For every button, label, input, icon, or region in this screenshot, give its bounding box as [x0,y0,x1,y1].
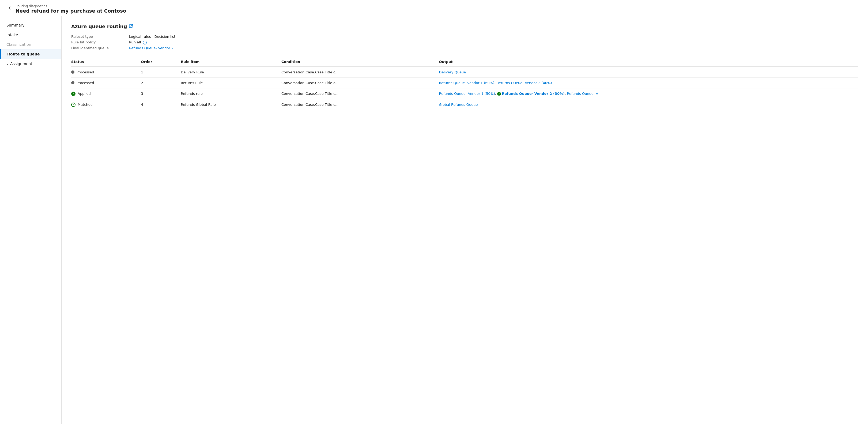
sidebar-item-intake[interactable]: Intake [0,30,61,40]
status-cell: Processed [71,67,141,78]
breadcrumb: Routing diagnostics [16,4,126,8]
status-cell: ✓ Matched [71,99,141,110]
status-cell: ✓ Applied [71,88,141,99]
output-cell: Refunds Queue- Vendor 1 (50%), ✓Refunds … [439,88,858,99]
external-link-icon[interactable] [129,24,133,29]
sidebar-item-classification: Classification [0,40,61,49]
final-queue-label: Final identified queue [71,46,125,50]
output-link-1[interactable]: Returns Queue- Vendor 1 (60%) [439,81,494,85]
col-output: Output [439,58,858,67]
status-text: Processed [76,70,94,74]
rule-item-cell: Delivery Rule [181,67,281,78]
col-order: Order [141,58,181,67]
status-cell: Processed [71,78,141,88]
output-link[interactable]: Global Refunds Queue [439,102,478,107]
sidebar-item-label: Intake [6,33,18,37]
col-rule-item: Rule item [181,58,281,67]
separator: , [494,81,496,85]
sidebar: Summary Intake Classification Route to q… [0,16,62,424]
sidebar-item-label: Summary [6,23,25,27]
sidebar-item-assignment[interactable]: ∨ Assignment [0,59,61,68]
rule-item-cell: Refunds rule [181,88,281,99]
checkmark-icon: ✓ [498,92,500,95]
table-row: ✓ Matched 4 Refunds Global Rule Conversa… [71,99,858,110]
status-dot-icon [71,70,74,74]
output-cell: Global Refunds Queue [439,99,858,110]
table-header-row: Status Order Rule item Condition Output [71,58,858,67]
table-row: ✓ Applied 3 Refunds rule Conversation.Ca… [71,88,858,99]
output-link-3[interactable]: Refunds Queue- V [567,92,598,96]
content-area: Summary Intake Classification Route to q… [0,16,868,424]
separator: , [495,92,497,96]
rule-hit-policy-label: Rule hit policy [71,40,125,44]
ruleset-type-value: Logical rules - Decision list [129,35,858,38]
table-row: Processed 2 Returns Rule Conversation.Ca… [71,78,858,88]
page-wrapper: Routing diagnostics Need refund for my p… [0,0,868,424]
col-status: Status [71,58,141,67]
rule-hit-policy-value: Run all i [129,40,858,44]
status-text: Matched [78,102,93,107]
output-link[interactable]: Delivery Queue [439,70,466,74]
order-cell: 3 [141,88,181,99]
applied-check-icon: ✓ [497,92,501,96]
sidebar-item-summary[interactable]: Summary [0,20,61,30]
condition-cell: Conversation.Case.Case Title c... [281,67,439,78]
header-titles: Routing diagnostics Need refund for my p… [16,4,126,14]
output-link-1[interactable]: Refunds Queue- Vendor 1 (50%) [439,92,495,96]
condition-cell: Conversation.Case.Case Title c... [281,88,439,99]
chevron-down-icon: ∨ [6,62,8,66]
sidebar-item-label: Route to queue [7,52,40,56]
checkmark-icon: ✓ [72,92,74,95]
col-condition: Condition [281,58,439,67]
status-text: Processed [76,81,94,85]
status-dot-icon [71,81,74,84]
back-button[interactable] [6,5,13,11]
status-text: Applied [78,92,91,96]
output-link-2[interactable]: Returns Queue- Vendor 2 (40%) [497,81,552,85]
status-circle-filled-icon: ✓ [71,92,75,96]
rule-item-cell: Refunds Global Rule [181,99,281,110]
page-title: Need refund for my purchase at Contoso [16,8,126,14]
rule-hit-policy-text: Run all [129,40,141,44]
sidebar-item-label: Classification [6,42,31,47]
condition-cell: Conversation.Case.Case Title c... [281,78,439,88]
checkmark-outline-icon: ✓ [72,103,74,106]
order-cell: 1 [141,67,181,78]
output-cell: Delivery Queue [439,67,858,78]
rule-item-cell: Returns Rule [181,78,281,88]
info-icon[interactable]: i [143,41,147,44]
status-circle-outline-icon: ✓ [71,102,75,107]
final-queue-link[interactable]: Refunds Queue- Vendor 2 [129,46,858,50]
section-title: Azure queue routing [71,24,858,29]
order-cell: 2 [141,78,181,88]
meta-grid: Ruleset type Logical rules - Decision li… [71,35,858,50]
section-title-text: Azure queue routing [71,24,127,29]
ruleset-type-label: Ruleset type [71,35,125,38]
output-link-2[interactable]: Refunds Queue- Vendor 2 (30%) [502,92,565,96]
main-content: Azure queue routing Ruleset type Logical… [62,16,868,424]
order-cell: 4 [141,99,181,110]
output-cell: Returns Queue- Vendor 1 (60%), Returns Q… [439,78,858,88]
header: Routing diagnostics Need refund for my p… [0,0,868,16]
sidebar-item-route-to-queue[interactable]: Route to queue [0,49,61,59]
rules-table: Status Order Rule item Condition Output [71,58,858,110]
condition-cell: Conversation.Case.Case Title c... [281,99,439,110]
sidebar-item-label: Assignment [10,62,32,66]
table-row: Processed 1 Delivery Rule Conversation.C… [71,67,858,78]
